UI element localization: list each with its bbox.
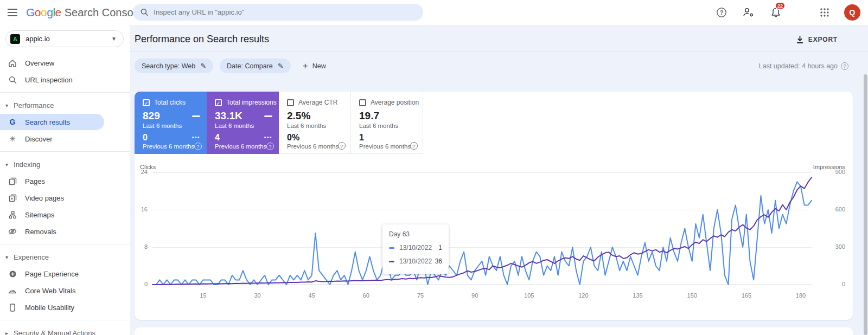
avatar[interactable]: Q xyxy=(844,4,860,21)
chart-series xyxy=(152,172,812,285)
notifications-bell-icon[interactable]: 22 xyxy=(768,5,783,20)
y-tick-right: 600 xyxy=(819,206,845,212)
performance-chart[interactable]: Clicks Impressions 24 16 8 0 900 600 300… xyxy=(152,172,812,306)
google-g-icon: G xyxy=(8,118,17,126)
sidebar-item-url-inspection[interactable]: URL inspection xyxy=(0,72,130,88)
apps-grid-icon[interactable] xyxy=(817,5,832,20)
y-tick-right: 0 xyxy=(819,281,845,287)
metric-value: 33.1K xyxy=(215,110,242,122)
metric-period: Last 6 months xyxy=(359,123,416,129)
sidebar-item-label: Pages xyxy=(25,177,45,185)
chevron-down-icon: ▾ xyxy=(5,162,8,168)
y-tick-left: 16 xyxy=(135,206,148,212)
metric-period: Last 6 months xyxy=(143,123,200,129)
metric-prev-period: Previous 6 months xyxy=(143,143,200,150)
sidebar-item-pages[interactable]: Pages xyxy=(0,173,130,189)
new-label: New xyxy=(312,62,326,70)
x-tick-label: 165 xyxy=(742,292,751,299)
help-icon[interactable]: ? xyxy=(266,143,274,150)
sidebar-item-core-web-vitals[interactable]: Core Web Vitals xyxy=(0,282,130,299)
chevron-down-icon: ▼ xyxy=(111,36,117,42)
metric-tiles: ✓Total clicks 829 Last 6 months 0⋯ Previ… xyxy=(135,92,424,154)
x-tick-label: 150 xyxy=(687,292,697,299)
sidebar-item-discover[interactable]: ✳ Discover xyxy=(0,131,130,147)
sidebar-item-removals[interactable]: Removals xyxy=(0,223,130,240)
smartphone-icon xyxy=(8,304,17,312)
metric-value: 829 xyxy=(143,110,160,122)
performance-card: ✓Total clicks 829 Last 6 months 0⋯ Previ… xyxy=(135,92,853,320)
sitemaps-icon xyxy=(8,211,17,219)
metric-prev-value: 0% xyxy=(287,133,299,143)
filter-chip-date[interactable]: Date: Compare ✎ xyxy=(220,59,291,73)
section-security-manual-actions[interactable]: ▸ Security & Manual Actions xyxy=(0,325,130,335)
checkbox-unchecked-icon[interactable] xyxy=(359,99,366,106)
property-icon: A xyxy=(10,34,20,44)
gauge-icon xyxy=(8,287,17,294)
metric-tile-average-ctr[interactable]: Average CTR 2.5% Last 6 months 0% Previo… xyxy=(279,92,351,154)
property-selector[interactable]: A appic.io ▼ xyxy=(5,30,124,47)
sidebar-item-label: Mobile Usability xyxy=(25,304,74,312)
help-icon[interactable]: ? xyxy=(194,143,202,150)
sidebar-item-label: Discover xyxy=(25,135,53,143)
section-indexing[interactable]: ▾ Indexing xyxy=(0,156,130,172)
tooltip-value: 36 xyxy=(435,257,442,265)
help-icon[interactable]: ? xyxy=(410,142,418,150)
sidebar-item-label: Sitemaps xyxy=(25,211,54,219)
tooltip-value: 1 xyxy=(438,244,442,252)
metric-tile-total-impressions[interactable]: ✓Total impressions 33.1K Last 6 months 4… xyxy=(207,92,279,154)
section-label: Performance xyxy=(14,101,54,109)
sidebar-item-video-pages[interactable]: Video pages xyxy=(0,190,130,206)
x-tick-label: 30 xyxy=(254,292,260,299)
y-tick-left: 0 xyxy=(135,281,148,287)
help-icon[interactable]: ? xyxy=(714,5,729,20)
edit-pencil-icon: ✎ xyxy=(200,62,206,70)
x-tick-label: 105 xyxy=(524,292,534,299)
clicks-series-marker xyxy=(389,247,394,249)
sidebar-divider xyxy=(0,151,130,152)
checkbox-unchecked-icon[interactable] xyxy=(287,99,294,106)
sidebar-item-page-experience[interactable]: Page Experience xyxy=(0,266,130,282)
vertical-scrollbar[interactable] xyxy=(864,74,867,335)
export-button[interactable]: EXPORT xyxy=(796,35,838,44)
metric-label: Total clicks xyxy=(154,99,186,106)
section-performance[interactable]: ▾ Performance xyxy=(0,97,130,113)
next-card-peek xyxy=(135,327,853,335)
top-bar: Google Search Console ? 22 Q xyxy=(0,0,868,25)
metric-period: Last 6 months xyxy=(215,123,272,129)
video-pages-icon xyxy=(8,194,17,202)
url-inspect-searchbox[interactable] xyxy=(133,4,423,21)
page-title: Performance on Search results xyxy=(135,34,269,45)
google-logo: Google xyxy=(26,6,61,19)
help-icon[interactable]: ? xyxy=(841,62,848,70)
new-filter-button[interactable]: + New xyxy=(303,61,326,72)
metric-prev-period: Previous 6 months xyxy=(287,143,344,150)
chevron-right-icon: ▸ xyxy=(5,330,8,335)
chip-label: Date: Compare xyxy=(227,62,273,70)
menu-icon[interactable] xyxy=(0,0,25,25)
section-experience[interactable]: ▾ Experience xyxy=(0,249,130,265)
help-icon[interactable]: ? xyxy=(338,142,346,150)
metric-tile-average-position[interactable]: Average position 19.7 Last 6 months 1 Pr… xyxy=(351,92,423,154)
pages-icon xyxy=(8,177,17,185)
metric-tile-total-clicks[interactable]: ✓Total clicks 829 Last 6 months 0⋯ Previ… xyxy=(135,92,207,154)
tooltip-row: 13/10/2022 36 xyxy=(389,257,442,265)
sidebar-item-mobile-usability[interactable]: Mobile Usability xyxy=(0,299,130,315)
sidebar-item-overview[interactable]: Overview xyxy=(0,55,130,71)
metric-prev-value: 4 xyxy=(215,133,220,143)
search-input[interactable] xyxy=(154,8,416,16)
user-settings-icon[interactable] xyxy=(741,5,756,20)
metric-label: Total impressions xyxy=(226,99,277,106)
eye-off-icon xyxy=(8,228,17,235)
filter-chip-search-type[interactable]: Search type: Web ✎ xyxy=(135,59,213,73)
tooltip-date: 13/10/2022 xyxy=(399,244,432,252)
y-tick-left: 24 xyxy=(135,169,148,175)
sidebar-divider xyxy=(0,92,130,93)
sidebar-item-search-results[interactable]: G Search results xyxy=(0,114,104,130)
checkbox-checked-icon[interactable]: ✓ xyxy=(143,99,150,106)
dotted-line-legend-icon: ⋯ xyxy=(264,136,272,139)
product-name: Search Console xyxy=(65,7,142,19)
checkbox-checked-icon[interactable]: ✓ xyxy=(215,99,222,106)
sidebar-item-sitemaps[interactable]: Sitemaps xyxy=(0,207,130,223)
x-tick-label: 180 xyxy=(796,292,806,299)
export-label: EXPORT xyxy=(808,36,838,43)
